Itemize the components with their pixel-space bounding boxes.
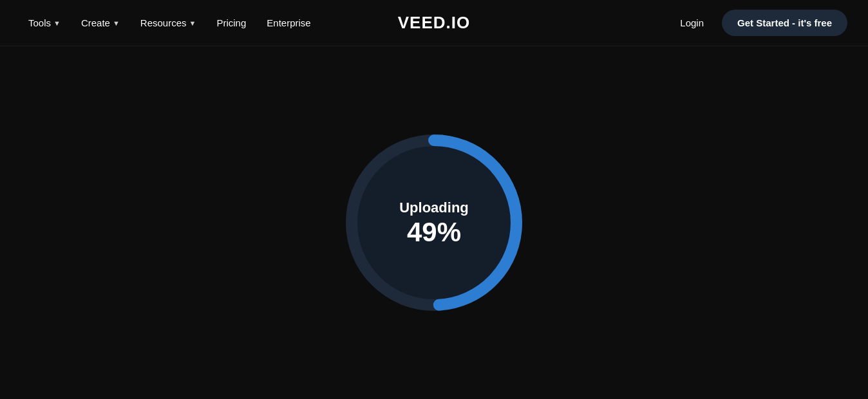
nav-right: Login Get Started - it's free <box>672 10 847 36</box>
nav-label-enterprise: Enterprise <box>267 17 310 28</box>
nav-item-resources[interactable]: Resources ▼ <box>133 12 204 33</box>
nav-label-pricing: Pricing <box>216 17 246 28</box>
nav-item-enterprise[interactable]: Enterprise <box>259 12 318 33</box>
upload-status-label: Uploading <box>399 200 469 216</box>
nav-item-pricing[interactable]: Pricing <box>209 12 254 33</box>
main-content: Uploading 49% <box>0 46 868 399</box>
nav-label-create: Create <box>81 17 110 28</box>
upload-progress-container: Uploading 49% <box>337 126 531 319</box>
navbar: Tools ▼ Create ▼ Resources ▼ Pricing Ent… <box>0 0 868 46</box>
nav-item-tools[interactable]: Tools ▼ <box>21 12 68 33</box>
nav-item-create[interactable]: Create ▼ <box>73 12 127 33</box>
chevron-down-icon: ▼ <box>189 19 196 27</box>
site-logo[interactable]: VEED.IO <box>398 13 470 33</box>
nav-label-resources: Resources <box>140 17 187 28</box>
nav-left: Tools ▼ Create ▼ Resources ▼ Pricing Ent… <box>21 12 319 33</box>
progress-text: Uploading 49% <box>399 200 469 246</box>
chevron-down-icon: ▼ <box>53 19 61 27</box>
upload-percent-label: 49% <box>399 219 469 246</box>
get-started-button[interactable]: Get Started - it's free <box>722 10 847 36</box>
chevron-down-icon: ▼ <box>113 19 120 27</box>
login-button[interactable]: Login <box>672 12 712 33</box>
nav-label-tools: Tools <box>28 17 51 28</box>
